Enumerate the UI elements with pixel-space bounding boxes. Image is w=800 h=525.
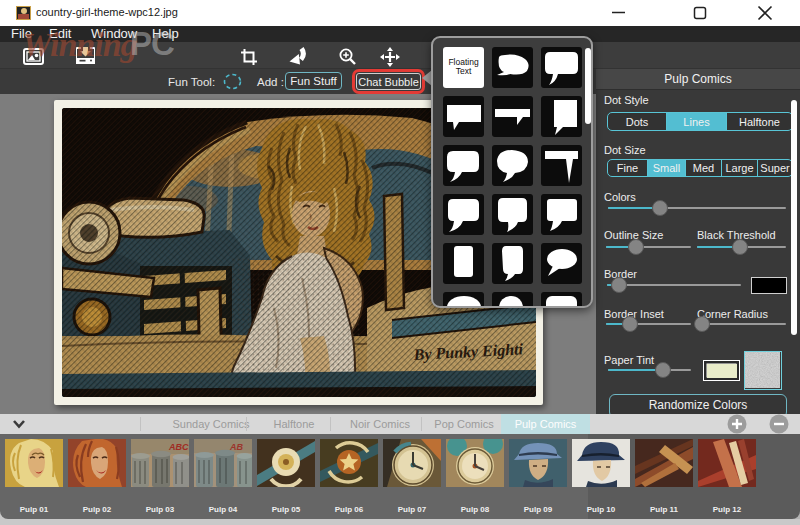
svg-text:ABC: ABC xyxy=(168,442,189,452)
